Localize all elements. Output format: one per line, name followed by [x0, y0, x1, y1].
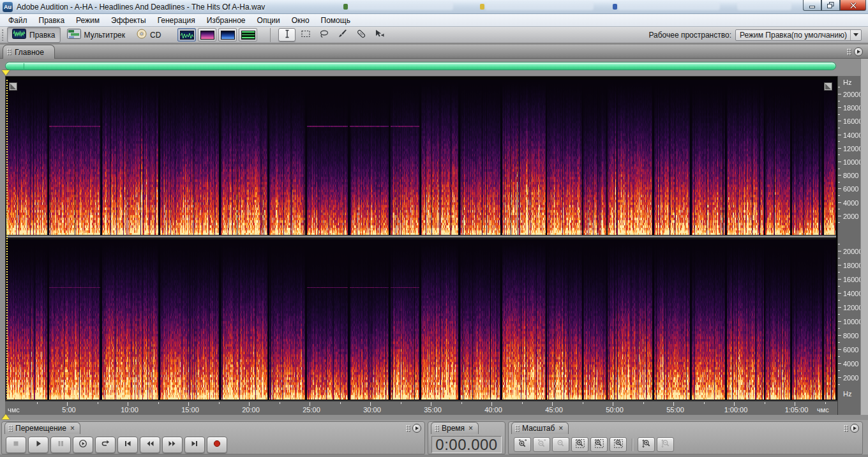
background-window-hint — [348, 2, 453, 10]
spectral-phase-thumb-icon — [241, 31, 255, 40]
freq-minor-tick — [838, 128, 840, 128]
edit-view-button[interactable]: Правка — [7, 27, 61, 43]
spectrogram-left-channel[interactable] — [6, 80, 836, 235]
freq-label: 4000 — [843, 360, 858, 368]
freq-label: 12000 — [843, 304, 863, 311]
menu-item-edit[interactable]: Правка — [33, 15, 71, 26]
play-from-cursor-button[interactable] — [73, 437, 93, 453]
play-button[interactable] — [28, 437, 49, 453]
transport-buttons — [6, 437, 227, 453]
lasso-selection-tool-button[interactable] — [315, 28, 333, 41]
close-tab-icon[interactable]: × — [70, 425, 75, 431]
freq-major-tick — [838, 251, 841, 251]
spectrogram-right-channel[interactable] — [6, 239, 836, 400]
zoom-out-full-button[interactable] — [552, 437, 569, 452]
go-to-end-button[interactable] — [184, 437, 205, 453]
freq-label: 4000 — [843, 199, 858, 207]
timeline-unit-right: чмс — [817, 406, 829, 414]
cd-view-button[interactable]: CD — [131, 27, 166, 43]
selection-handle-right[interactable] — [824, 82, 832, 91]
selection-cursor-line[interactable] — [6, 80, 8, 400]
rewind-icon — [146, 439, 154, 451]
freq-major-tick — [838, 293, 841, 294]
restore-button[interactable] — [821, 0, 840, 11]
timeline-minor-tick — [37, 402, 38, 404]
playhead-marker-top[interactable] — [2, 70, 10, 75]
close-tab-icon[interactable]: × — [558, 425, 563, 431]
zoom-to-selection-button[interactable] — [571, 437, 588, 452]
zoom-selection-left-button[interactable] — [590, 437, 608, 452]
zoom-selection-right-button[interactable] — [610, 437, 627, 452]
fast-forward-button[interactable] — [162, 437, 183, 453]
rewind-button[interactable] — [140, 437, 160, 453]
workspace-dropdown-arrow[interactable] — [850, 30, 861, 40]
panel-grip-icon[interactable] — [847, 49, 851, 56]
minimize-button[interactable] — [803, 0, 821, 11]
freq-major-tick — [838, 161, 841, 162]
multitrack-icon — [67, 29, 81, 41]
time-display[interactable]: 0:00.000 — [431, 436, 502, 453]
freq-label: 16000 — [843, 117, 863, 125]
zoom-in-horizontal-button[interactable] — [514, 437, 531, 452]
go-end-icon — [190, 439, 199, 451]
go-start-icon — [123, 439, 132, 451]
menu-item-options[interactable]: Опции — [251, 15, 286, 26]
effects-paintbrush-tool-button[interactable] — [334, 28, 351, 41]
zoom-sel-right-icon — [614, 439, 623, 451]
menu-item-generate[interactable]: Генерация — [152, 15, 201, 26]
zoom-out-horizontal-button[interactable] — [533, 437, 550, 452]
waveform-view-button[interactable] — [177, 28, 196, 41]
menu-item-favorites[interactable]: Избранное — [201, 15, 251, 26]
window-controls — [803, 0, 866, 11]
record-button[interactable] — [207, 437, 227, 453]
transport-panel-tab[interactable]: Перемещение × — [4, 422, 80, 434]
spectral-thumb-icon — [200, 31, 214, 40]
close-tab-icon[interactable]: × — [468, 425, 473, 431]
timeline-minor-tick — [98, 402, 98, 404]
stop-button[interactable] — [6, 437, 26, 453]
zoom-sel-left-icon — [595, 439, 604, 451]
go-to-start-button[interactable] — [117, 437, 138, 453]
spot-healing-brush-tool-button[interactable] — [352, 28, 370, 41]
time-panel-tab[interactable]: Время × — [431, 422, 479, 434]
toolbar-grip[interactable] — [2, 29, 4, 41]
close-button[interactable] — [840, 0, 866, 11]
zoom-out-vertical-button[interactable] — [657, 437, 674, 452]
menu-item-view[interactable]: Режим — [70, 15, 105, 26]
timeline-ruler[interactable]: чмс чмс 5:0010:0015:0020:0025:0030:0035:… — [5, 401, 837, 415]
panel-menu-button[interactable] — [854, 47, 863, 56]
panel-grip-icon[interactable] — [844, 425, 848, 432]
restore-icon — [827, 2, 834, 8]
menu-item-file[interactable]: Файл — [3, 15, 33, 26]
panel-menu-button[interactable] — [412, 424, 421, 433]
menu-item-help[interactable]: Помощь — [315, 15, 356, 26]
workspace-dropdown[interactable]: Режим Правка(по умолчанию) — [735, 29, 862, 41]
zoom-panel-tab[interactable]: Масштаб × — [511, 422, 569, 434]
panel-grip-icon[interactable] — [406, 425, 410, 432]
spectral-phase-view-button[interactable] — [239, 28, 257, 41]
selection-handle-left[interactable] — [9, 82, 17, 91]
frequency-scale[interactable]: Hz20000180001600014000120001000080006000… — [837, 76, 860, 415]
menu-item-window[interactable]: Окно — [286, 15, 315, 26]
overview-navigation-bar[interactable] — [5, 62, 836, 70]
spectral-pan-view-button[interactable] — [218, 28, 237, 41]
playhead-marker-bottom[interactable] — [2, 414, 10, 419]
time-panel: Время × 0:00.000 — [428, 421, 505, 454]
title-bar[interactable]: Au Adobe Audition - A-HA - Headlines And… — [0, 0, 868, 14]
freq-minor-tick — [838, 370, 840, 371]
zoom-in-vertical-button[interactable] — [638, 437, 655, 452]
freq-minor-tick — [838, 356, 840, 357]
spectral-frequency-view-button[interactable] — [198, 28, 216, 41]
menu-item-effects[interactable]: Эффекты — [105, 15, 152, 26]
multitrack-view-button[interactable]: Мультитрек — [62, 27, 130, 43]
marquee-selection-tool-button[interactable] — [297, 28, 314, 41]
channel-divider[interactable] — [6, 235, 836, 239]
pause-button[interactable] — [50, 437, 71, 453]
scrub-tool-button[interactable] — [371, 28, 388, 41]
marquee-icon — [301, 29, 311, 41]
panel-menu-button[interactable] — [850, 424, 859, 433]
play-looped-button[interactable] — [95, 437, 116, 453]
time-selection-tool-button[interactable] — [278, 28, 296, 41]
tab-main[interactable]: Главное — [3, 45, 55, 59]
freq-label: 10000 — [843, 158, 863, 166]
